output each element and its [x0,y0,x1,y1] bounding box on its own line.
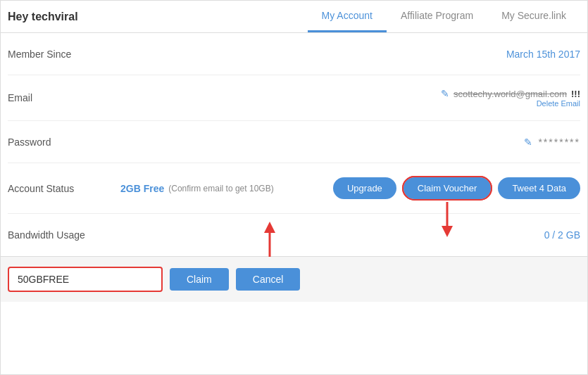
email-col: ✎ scottechy.world@gmail.com !!! Delete E… [441,88,580,108]
cancel-button[interactable]: Cancel [236,268,301,291]
email-label: Email [8,92,120,103]
arrow-up-svg [261,222,278,257]
claim-voucher-border: Claim Voucher [402,176,493,201]
claim-button[interactable]: Claim [170,268,229,291]
nav-tabs: My Account Affiliate Program My Secure.l… [308,1,580,32]
bottom-panel: Claim Cancel [1,256,587,302]
status-info: 2GB Free (Confirm email to get 10GB) [120,183,333,194]
account-status-row: Account Status 2GB Free (Confirm email t… [8,163,580,214]
password-row: Password ✎ ******** [8,121,580,163]
tab-affiliate-program[interactable]: Affiliate Program [387,1,487,32]
account-status-label: Account Status [8,183,120,194]
password-masked: ******** [538,136,580,148]
email-display: ✎ scottechy.world@gmail.com !!! [441,88,580,99]
svg-marker-3 [264,222,275,233]
bandwidth-value: 0 / 2 GB [120,229,580,241]
status-buttons: Upgrade Claim Voucher Tweet 4 Data [333,176,580,201]
status-confirm-text: (Confirm email to get 10GB) [168,184,273,193]
tweet4data-button[interactable]: Tweet 4 Data [498,177,580,199]
brand: Hey techviral [8,11,308,23]
main-content: Member Since March 15th 2017 Email ✎ sco… [1,33,587,256]
arrow-down-svg [439,202,456,237]
delete-email-link[interactable]: Delete Email [537,99,580,108]
svg-marker-1 [442,226,453,237]
claim-voucher-wrapper: Claim Voucher [402,176,493,201]
member-since-label: Member Since [8,49,120,60]
member-since-row: Member Since March 15th 2017 [8,33,580,75]
email-row: Email ✎ scottechy.world@gmail.com !!! De… [8,75,580,121]
member-since-value: March 15th 2017 [120,49,580,60]
main-container: Hey techviral My Account Affiliate Progr… [0,0,588,375]
password-label: Password [8,136,120,148]
header: Hey techviral My Account Affiliate Progr… [1,1,587,33]
tab-my-secure-link[interactable]: My Secure.link [487,1,580,32]
email-edit-icon[interactable]: ✎ [441,88,449,99]
bandwidth-row: Bandwidth Usage 0 / 2 GB [8,214,580,256]
bandwidth-label: Bandwidth Usage [8,229,120,241]
member-since-date: March 15th 2017 [506,49,580,60]
tab-my-account[interactable]: My Account [308,1,387,32]
upgrade-button[interactable]: Upgrade [333,177,396,199]
password-display: ✎ ******** [524,136,580,148]
email-value: ✎ scottechy.world@gmail.com !!! Delete E… [120,88,580,108]
email-exclamation: !!! [571,89,580,99]
email-masked: scottechy.world@gmail.com [453,89,567,99]
claim-voucher-button[interactable]: Claim Voucher [404,177,492,199]
voucher-input[interactable] [8,267,163,292]
status-free-text: 2GB Free [120,183,164,194]
password-edit-icon[interactable]: ✎ [524,136,532,148]
password-value: ✎ ******** [120,136,580,148]
bandwidth-amount: 0 / 2 GB [544,229,580,241]
